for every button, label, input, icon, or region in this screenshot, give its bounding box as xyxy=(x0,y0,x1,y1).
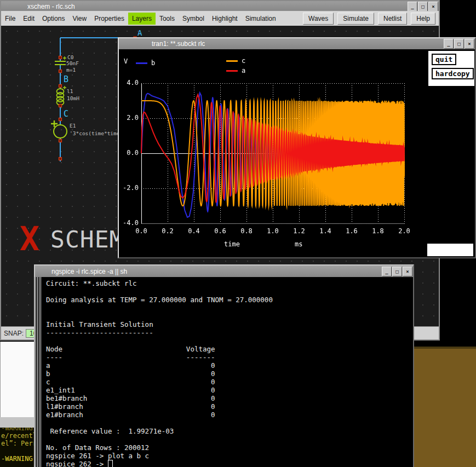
terminal-line: Initial Transient Solution xyxy=(46,320,273,328)
minimize-icon[interactable]: _ xyxy=(408,2,417,11)
x-tick-label: 1.2 xyxy=(293,227,305,235)
terminal-line: Reference value : 1.99271e-03 xyxy=(46,427,273,435)
terminal-line: a 0 xyxy=(46,361,273,370)
netlist-button[interactable]: Netlist xyxy=(378,13,407,25)
xschem-window-title: xschem - rlc.sch xyxy=(1,3,75,10)
plot-button-panel: quithardcopy xyxy=(428,50,475,87)
plot-titlebar[interactable]: tran1: **.subckt rlc _ □ × xyxy=(119,38,475,49)
legend-line-c xyxy=(226,60,238,62)
src-ref: E1 xyxy=(70,123,76,129)
menu-item-properties[interactable]: Properties xyxy=(90,13,128,25)
hardcopy-button[interactable]: hardcopy xyxy=(432,68,474,79)
toolbar-buttons: WavesSimulateNetlistHelp xyxy=(303,13,439,25)
waveform-plot xyxy=(119,49,426,257)
menu-item-tools[interactable]: Tools xyxy=(156,13,179,25)
x-tick-label: 0.2 xyxy=(162,227,174,235)
simulate-button[interactable]: Simulate xyxy=(337,13,374,25)
terminal-scrollbar[interactable] xyxy=(36,277,42,467)
terminal-line: l1#branch 0 xyxy=(46,402,273,411)
terminal-line xyxy=(46,435,273,443)
menu-item-view[interactable]: View xyxy=(68,13,90,25)
y-tick-label: 2.0 xyxy=(120,114,139,122)
net-label-b[interactable]: B xyxy=(64,74,68,84)
net-label-c[interactable]: C xyxy=(64,109,68,119)
quit-button[interactable]: quit xyxy=(432,54,456,65)
close-icon[interactable]: × xyxy=(428,2,438,11)
legend-line-a xyxy=(226,70,238,72)
maximize-icon[interactable]: □ xyxy=(454,39,464,49)
menu-item-edit[interactable]: Edit xyxy=(19,13,38,25)
cap-extra: m=1 xyxy=(66,67,76,73)
minimize-icon[interactable]: _ xyxy=(382,267,392,276)
close-icon[interactable]: × xyxy=(403,267,412,276)
x-tick-label: 0.8 xyxy=(240,227,253,235)
legend-line-b xyxy=(136,62,147,64)
terminal-line xyxy=(46,287,273,296)
terminal-line: Circuit: **.subckt rlc xyxy=(46,279,273,287)
ngspice-plot-window: tran1: **.subckt rlc _ □ × V bca 0.00.20… xyxy=(118,37,476,258)
cap-ref: C0 xyxy=(67,54,74,60)
net-label-a[interactable]: A xyxy=(137,28,142,37)
menu-item-simulation[interactable]: Simulation xyxy=(242,13,280,25)
inductor-symbol[interactable] xyxy=(57,86,67,105)
terminal-line: c 0 xyxy=(46,378,273,386)
desktop: -WARNINGe/recentlyel”: Perr -WARNING xsc… xyxy=(0,0,476,467)
x-tick-label: 1.8 xyxy=(372,227,384,235)
x-tick-label: 1.6 xyxy=(346,227,358,235)
terminal-line: Node Voltage xyxy=(46,345,273,353)
y-tick-label: -2.0 xyxy=(120,184,139,192)
y-axis-unit: V xyxy=(124,57,128,65)
legend-label-a: a xyxy=(242,67,245,74)
terminal-line xyxy=(46,312,273,320)
terminal-cursor[interactable] xyxy=(108,460,113,467)
plot-white-patch xyxy=(427,244,473,256)
terminal-line: No. of Data Rows : 200012 xyxy=(46,443,273,452)
x-tick-label: 0.4 xyxy=(188,227,200,235)
minimize-icon[interactable]: _ xyxy=(444,39,454,49)
maximize-icon[interactable]: □ xyxy=(418,2,428,11)
xschem-logo-text: SCHEM xyxy=(50,226,124,253)
y-tick-label: 4.0 xyxy=(120,79,139,87)
x-axis-unit: ms xyxy=(295,240,302,248)
x-tick-label: 0.6 xyxy=(214,227,226,235)
maximize-icon[interactable]: □ xyxy=(392,267,402,276)
menu-item-highlight[interactable]: Highlight xyxy=(208,13,242,25)
terminal-line xyxy=(46,419,273,427)
terminal-line xyxy=(46,337,273,345)
menu-item-options[interactable]: Options xyxy=(38,13,68,25)
terminal-line: e1_int1 0 xyxy=(46,386,273,394)
help-button[interactable]: Help xyxy=(411,13,435,25)
x-tick-label: 0.0 xyxy=(135,227,147,235)
ind-value: 10mH xyxy=(67,95,79,101)
close-icon[interactable]: × xyxy=(464,39,474,49)
terminal-body[interactable]: Circuit: **.subckt rlc Doing analysis at… xyxy=(35,277,413,467)
terminal-line: e1#branch 0 xyxy=(46,411,273,419)
xschem-menubar: FileEditOptionsViewPropertiesLayersTools… xyxy=(1,11,439,26)
x-tick-label: 1.4 xyxy=(319,227,331,235)
x-axis-label: time xyxy=(224,240,240,248)
terminal-line: ngspice 261 -> plot a b c xyxy=(46,452,273,460)
xschem-logo-x: X xyxy=(20,220,39,258)
legend-label-c: c xyxy=(242,57,245,65)
menu-item-file[interactable]: File xyxy=(1,13,19,25)
terminal-line: ---- ------- xyxy=(46,353,273,361)
terminal-line: Doing analysis at TEMP = 27.000000 and T… xyxy=(46,296,273,304)
menu-item-symbol[interactable]: Symbol xyxy=(179,13,208,25)
y-tick-label: 0.0 xyxy=(120,149,139,157)
xschem-titlebar[interactable]: xschem - rlc.sch _ □ × xyxy=(1,1,439,12)
ind-ref: l1 xyxy=(67,88,73,94)
terminal-line: be1#branch 0 xyxy=(46,394,273,402)
terminal-titlebar[interactable]: ngspice -i rlc.spice -a || sh _ □ × xyxy=(35,266,413,277)
waves-button[interactable]: Waves xyxy=(303,13,334,25)
y-tick-label: -4.0 xyxy=(120,219,139,227)
terminal-line: ngspice 262 -> xyxy=(46,460,273,467)
plot-content: V bca 0.00.20.40.60.81.01.21.41.61.82.04… xyxy=(119,49,475,257)
x-tick-label: 1.0 xyxy=(267,227,279,235)
voltage-source-symbol[interactable] xyxy=(51,120,67,138)
snap-label: SNAP: xyxy=(4,330,24,337)
background-window-fragment xyxy=(412,347,476,467)
ngspice-terminal-window: ngspice -i rlc.spice -a || sh _ □ × Circ… xyxy=(34,264,414,467)
menu-item-layers[interactable]: Layers xyxy=(128,13,156,25)
terminal-window-title: ngspice -i rlc.spice -a || sh xyxy=(35,268,127,275)
x-tick-label: 2.0 xyxy=(398,227,410,235)
